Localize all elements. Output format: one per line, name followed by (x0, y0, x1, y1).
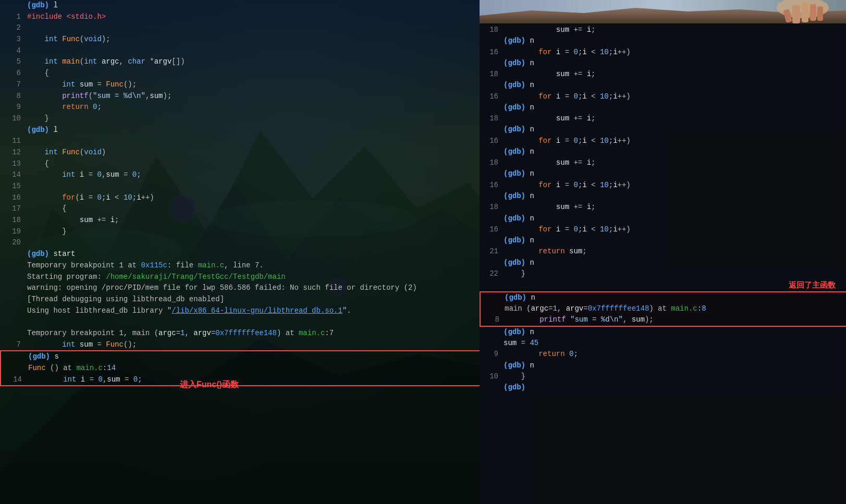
r-line-22: 22 } (480, 268, 846, 279)
r-gdb-n-8: (gdb) n (480, 191, 846, 202)
r-gdb-n-5: (gdb) n (480, 124, 846, 135)
r-line-18b: 18 sum += i; (480, 69, 846, 80)
svg-rect-14 (817, 6, 823, 21)
code-line-9: 9 return 0; (0, 102, 480, 113)
r-line-9: 9 return 0; (480, 349, 846, 360)
code-line-20: 20 (0, 237, 480, 249)
code-line-3: 3 int Func(void); (0, 34, 480, 45)
gdb-prompt-line-1: (gdb) l (0, 0, 480, 11)
breakpoint-info: Temporary breakpoint 1 at 0x115c: file m… (0, 260, 480, 272)
r-main-info: main (argc=1, argv=0x7ffffffee148) at ma… (480, 303, 846, 314)
code-line-14b: 14 int i = 0,sum = 0; (0, 374, 480, 387)
code-line-5: 5 int main(int argc, char *argv[]) (0, 56, 480, 68)
func-at-line: Func () at main.c:14 (0, 363, 480, 374)
warning-line: warning: opening /proc/PID/mem file for … (0, 282, 480, 294)
r-gdb-n-14: (gdb) n (480, 360, 846, 371)
code-line-13: 13 { (0, 158, 480, 170)
gdb-s-cmd: (gdb) s (0, 350, 480, 363)
r-line-18c: 18 sum += i; (480, 113, 846, 124)
r-gdb-n-10: (gdb) n (480, 235, 846, 246)
code-line-10: 10 } (0, 113, 480, 125)
r-gdb-n-7: (gdb) n (480, 168, 846, 179)
starting-program: Starting program: /home/sakuraji/Trang/T… (0, 272, 480, 283)
r-gdb-n-11: (gdb) n (480, 257, 846, 268)
code-line-14: 14 int i = 0,sum = 0; (0, 169, 480, 181)
blank-line-mid (0, 316, 480, 328)
r-line-16c: 16 for i = 0;i < 10;i++) (480, 136, 846, 146)
top-image-strip (480, 0, 846, 23)
r-line-16d: 16 for i = 0;i < 10;i++) (480, 180, 846, 191)
code-line-12: 12 int Func(void) (0, 147, 480, 158)
code-line-17: 17 { (0, 203, 480, 215)
code-line-8: 8 printf("sum = %d\n",sum); (0, 91, 480, 102)
r-line-10: 10 } (480, 371, 846, 382)
code-line-16: 16 for(i = 0;i < 10;i++) (0, 192, 480, 204)
main-container: (gdb) l 1 #include <stdio.h> 2 3 int Fun… (0, 0, 846, 504)
right-code-area: 18 sum += i; (gdb) n 16 for i = 0;i < 10… (480, 23, 846, 504)
using-host: Using host libthread_db library "/lib/x8… (0, 305, 480, 317)
left-panel: (gdb) l 1 #include <stdio.h> 2 3 int Fun… (0, 0, 480, 504)
r-gdb-n-4: (gdb) n (480, 102, 846, 113)
r-sum-output: sum = 45 (480, 338, 846, 349)
code-line-4: 4 (0, 45, 480, 57)
svg-rect-11 (792, 5, 800, 23)
r-gdb-n-2: (gdb) n (480, 58, 846, 69)
thread-debug: [Thread debugging using libthread_db ena… (0, 294, 480, 305)
r-line-16e: 16 for i = 0;i < 10;i++) (480, 224, 846, 235)
code-line-2: 2 (0, 22, 480, 34)
r-annotation-main: 返回了主函数 (480, 279, 846, 291)
code-line-18: 18 sum += i; (0, 215, 480, 226)
r-line-18d: 18 sum += i; (480, 157, 846, 168)
r-gdb-final: (gdb) (480, 382, 846, 393)
code-line-11: 11 (0, 136, 480, 147)
r-gdb-n-3: (gdb) n (480, 80, 846, 91)
r-gdb-n-9: (gdb) n (480, 213, 846, 224)
r-gdb-n-6: (gdb) n (480, 146, 846, 157)
r-line-16b: 16 for i = 0;i < 10;i++) (480, 91, 846, 102)
annotation-func: 进入Func()函数 (180, 379, 239, 390)
r-gdb-n-13: (gdb) n (480, 327, 846, 338)
top-scene-svg (480, 0, 846, 23)
code-line-7: 7 int sum = Func(); (0, 79, 480, 91)
gdb-prompt-line-2: (gdb) l (0, 125, 480, 136)
right-panel: 18 sum += i; (gdb) n 16 for i = 0;i < 10… (480, 0, 846, 504)
r-line-18e: 18 sum += i; (480, 202, 846, 213)
code-line-6: 6 { (0, 68, 480, 79)
code-line-7b: 7 int sum = Func(); (0, 339, 480, 351)
r-gdb-n-1: (gdb) n (480, 35, 846, 46)
r-line-16a: 16 for i = 0;i < 10;i++) (480, 47, 846, 58)
temp-breakpoint-hit: Temporary breakpoint 1, main (argc=1, ar… (0, 328, 480, 339)
r-gdb-n-12-highlight: (gdb) n (480, 291, 846, 303)
svg-rect-12 (802, 3, 808, 22)
code-line-15: 15 (0, 181, 480, 192)
code-line-19: 19 } (0, 226, 480, 238)
r-line-21: 21 return sum; (480, 246, 846, 257)
svg-rect-13 (810, 4, 816, 21)
code-area: (gdb) l 1 #include <stdio.h> 2 3 int Fun… (0, 0, 480, 504)
r-line-18a: 18 sum += i; (480, 24, 846, 35)
gdb-start-cmd: (gdb) start (0, 249, 480, 260)
code-line-1: 1 #include <stdio.h> (0, 11, 480, 23)
r-line-8-highlight: 8 printf "sum = %d\n", sum); (480, 314, 846, 326)
